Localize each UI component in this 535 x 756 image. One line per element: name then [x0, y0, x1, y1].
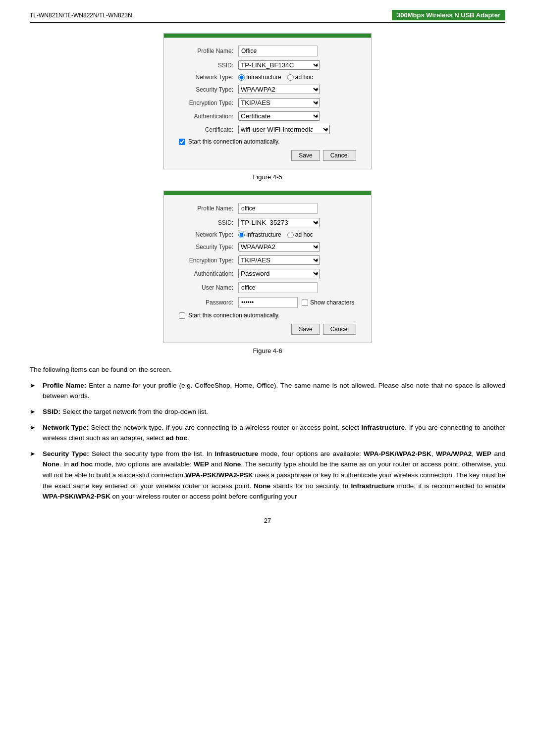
bullet-list: ➤ Profile Name: Enter a name for your pr…: [30, 380, 505, 502]
figure5-infrastructure-radio[interactable]: [238, 74, 245, 81]
bullet-arrow-4: ➤: [30, 449, 40, 459]
figure6-show-characters-label[interactable]: Show characters: [302, 299, 354, 306]
bullet-content-1: Profile Name: Enter a name for your prof…: [43, 380, 505, 402]
figure5-ssid-select[interactable]: TP-LINK_BF134C: [238, 60, 320, 70]
figure6-password-input[interactable]: [238, 297, 298, 308]
body-intro: The following items can be found on the …: [30, 364, 505, 375]
bullet-label-2: SSID:: [43, 408, 60, 415]
figure5-profile-name-label: Profile Name:: [179, 48, 238, 54]
figure6-username-input[interactable]: [238, 282, 318, 293]
figure6-auth-select-wrapper: Password: [238, 269, 320, 278]
figure6-infrastructure-radio[interactable]: [238, 232, 245, 238]
figure6-panel-header: [164, 191, 371, 195]
figure5-network-type-row: Network Type: Infrastructure ad hoc: [179, 74, 356, 81]
bullet-ssid: ➤ SSID: Select the target network from t…: [30, 406, 505, 417]
figure5-ssid-value: TP-LINK_BF134C: [238, 60, 356, 70]
bullet-text-1: Enter a name for your profile (e.g. Coff…: [43, 382, 505, 400]
figure6-infrastructure-label[interactable]: Infrastructure: [238, 231, 281, 238]
bullet-profile-name: ➤ Profile Name: Enter a name for your pr…: [30, 380, 505, 402]
figure6-cancel-button[interactable]: Cancel: [323, 324, 356, 335]
figure5-profile-name-row: Profile Name:: [179, 46, 356, 56]
figure6-username-row: User Name:: [179, 282, 356, 293]
figure5-ssid-row: SSID: TP-LINK_BF134C: [179, 60, 356, 70]
figure5-infrastructure-label[interactable]: Infrastructure: [238, 74, 281, 81]
figure6-authentication-label: Authentication:: [179, 270, 238, 277]
figure6-profile-name-value: [238, 203, 356, 214]
figure6-profile-name-row: Profile Name:: [179, 203, 356, 214]
bullet-label-3: Network Type:: [43, 424, 89, 431]
figure6-security-type-value: WPA/WPA2: [238, 242, 356, 252]
bullet-arrow-2: ➤: [30, 407, 40, 417]
figure6-panel: Profile Name: SSID: TP-LINK_35273 Networ…: [163, 191, 372, 343]
figure5-auto-connect-checkbox[interactable]: [179, 139, 185, 145]
figure5-encryption-type-value: TKIP/AES: [238, 98, 356, 107]
figure5-auth-select[interactable]: Certificate: [238, 111, 320, 121]
figure6-encryption-select-wrapper: TKIP/AES: [238, 255, 320, 265]
figure5-ssid-select-wrapper: TP-LINK_BF134C: [238, 60, 320, 70]
figure5-save-button[interactable]: Save: [291, 150, 320, 161]
figure6-security-select[interactable]: WPA/WPA2: [238, 242, 320, 252]
figure6-network-type-row: Network Type: Infrastructure ad hoc: [179, 231, 356, 238]
figure6-caption: Figure 4-6: [30, 347, 505, 354]
figure6-save-button[interactable]: Save: [291, 324, 320, 335]
figure6-ssid-value: TP-LINK_35273: [238, 218, 356, 227]
figure5-encryption-select[interactable]: TKIP/AES: [238, 98, 320, 107]
figure5-network-type-value: Infrastructure ad hoc: [238, 74, 356, 81]
bullet-text-4: Select the security type from the list. …: [43, 450, 505, 500]
figure6-auto-connect-label: Start this connection automatically.: [188, 312, 280, 319]
bullet-content-4: Security Type: Select the security type …: [43, 449, 505, 502]
bullet-text-2: Select the target network from the drop-…: [62, 408, 208, 415]
figure5-network-type-label: Network Type:: [179, 74, 238, 81]
figure5-profile-name-value: [238, 46, 356, 56]
figure6-password-value: Show characters: [238, 297, 356, 308]
figure5-profile-name-input[interactable]: [238, 46, 318, 56]
figure5-auto-connect-row: Start this connection automatically.: [179, 138, 356, 145]
figure5-adhoc-radio[interactable]: [287, 74, 294, 81]
figure5-ssid-label: SSID:: [179, 62, 238, 69]
figure6-profile-name-input[interactable]: [238, 203, 318, 214]
figure6-ssid-select[interactable]: TP-LINK_35273: [238, 218, 320, 227]
figure6-username-label: User Name:: [179, 284, 238, 291]
figure5-panel: Profile Name: SSID: TP-LINK_BF134C Netwo…: [163, 33, 372, 169]
figure5-authentication-row: Authentication: Certificate: [179, 111, 356, 121]
figure5-authentication-value: Certificate: [238, 111, 356, 121]
figure5-security-type-label: Security Type:: [179, 86, 238, 93]
model-text: TL-WN821N/TL-WN822N/TL-WN823N: [30, 12, 132, 19]
figure6-auth-select[interactable]: Password: [238, 269, 320, 278]
figure6-encryption-type-row: Encryption Type: TKIP/AES: [179, 255, 356, 265]
figure5-cancel-button[interactable]: Cancel: [323, 150, 356, 161]
bullet-arrow-3: ➤: [30, 423, 40, 433]
figure6-ssid-select-wrapper: TP-LINK_35273: [238, 218, 320, 227]
product-title: 300Mbps Wireless N USB Adapter: [392, 10, 505, 20]
figure5-security-type-value: WPA/WPA2: [238, 85, 356, 94]
figure6-ssid-row: SSID: TP-LINK_35273: [179, 218, 356, 227]
figure5-auto-connect-label: Start this connection automatically.: [188, 138, 280, 145]
figure5-security-select-wrapper: WPA/WPA2: [238, 85, 320, 94]
bullet-arrow-1: ➤: [30, 381, 40, 391]
figure5-encryption-type-row: Encryption Type: TKIP/AES: [179, 98, 356, 107]
figure6-security-type-label: Security Type:: [179, 244, 238, 251]
figure5-cert-select[interactable]: wifi-user WiFi-Intermediate-CA-: [238, 125, 330, 134]
figure6-ssid-label: SSID:: [179, 219, 238, 226]
figure6-auto-connect-checkbox[interactable]: [179, 312, 185, 319]
figure6-authentication-row: Authentication: Password: [179, 269, 356, 278]
figure5-encryption-type-label: Encryption Type:: [179, 100, 238, 106]
figure6-password-label: Password:: [179, 299, 238, 306]
figure5-cert-select-wrapper: wifi-user WiFi-Intermediate-CA-: [238, 125, 330, 134]
figure5-adhoc-label[interactable]: ad hoc: [287, 74, 313, 81]
bullet-security-type: ➤ Security Type: Select the security typ…: [30, 449, 505, 502]
figure5-certificate-value: wifi-user WiFi-Intermediate-CA-: [238, 125, 356, 134]
bullet-text-3: Select the network type. If you are conn…: [43, 424, 505, 442]
bullet-content-3: Network Type: Select the network type. I…: [43, 422, 505, 444]
figure6-show-characters-checkbox[interactable]: [302, 300, 308, 306]
bullet-content-2: SSID: Select the target network from the…: [43, 406, 505, 417]
bullet-label-1: Profile Name:: [43, 382, 86, 389]
figure6-security-type-row: Security Type: WPA/WPA2: [179, 242, 356, 252]
figure6-network-type-value: Infrastructure ad hoc: [238, 231, 356, 238]
figure6-encryption-type-value: TKIP/AES: [238, 255, 356, 265]
figure6-encryption-select[interactable]: TKIP/AES: [238, 255, 320, 265]
figure5-panel-header: [164, 34, 371, 38]
figure6-adhoc-radio[interactable]: [287, 232, 294, 238]
figure5-security-select[interactable]: WPA/WPA2: [238, 85, 320, 94]
figure6-adhoc-label[interactable]: ad hoc: [287, 231, 313, 238]
